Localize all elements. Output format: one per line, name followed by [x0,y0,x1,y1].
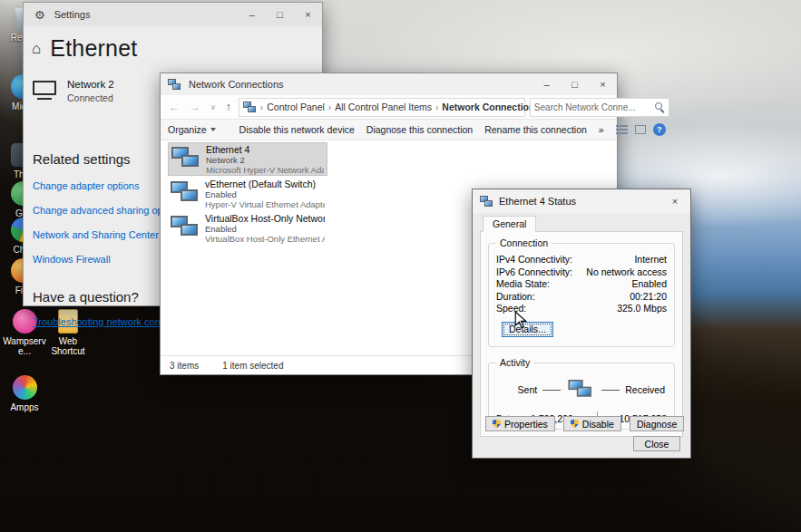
close-button[interactable]: × [294,3,322,26]
desktop-icon-label: Ampps [2,402,47,412]
item-device: Hyper-V Virtual Ethernet Adapter [205,199,325,209]
diagnose-connection-command[interactable]: Diagnose this connection [366,124,473,135]
desktop-icon-label: Wampserve... [2,336,47,356]
related-settings-heading: Related settings [33,151,131,167]
settings-titlebar[interactable]: ⚙ Settings – □ × [24,3,322,26]
activity-heading: Activity [496,357,533,368]
ethernet-adapter-icon [33,81,56,100]
help-icon[interactable]: ? [653,123,666,136]
breadcrumb-network-connections[interactable]: Network Connections [442,102,540,112]
up-button[interactable]: ↑ [223,101,234,113]
address-bar[interactable]: › Control Panel › All Control Panel Item… [239,98,525,117]
home-icon: ⌂ [32,40,41,58]
window-controls: – □ × [532,73,617,95]
item-status: Enabled [205,189,325,199]
item-name: Ethernet 4 [206,144,324,155]
location-icon [243,102,257,113]
rename-connection-command[interactable]: Rename this connection [484,124,587,135]
items-count: 3 items [170,361,199,371]
search-box[interactable] [530,98,669,117]
back-button[interactable]: ← [166,101,182,113]
uac-shield-icon [571,420,579,429]
link-change-adapter-options[interactable]: Change adapter options [33,180,139,191]
ampps-icon [13,375,37,400]
search-input[interactable] [534,102,654,112]
network-status-card: Network 2 Connected [33,79,114,103]
gear-icon: ⚙ [34,8,45,22]
item-status: Enabled [205,224,325,234]
sent-label: Sent [518,384,538,395]
diagnose-label: Diagnose [637,419,677,430]
explorer-window-title: Network Connections [189,79,284,90]
desktop-icon-ampps[interactable]: Ampps [2,375,47,412]
row-value: No network access [586,266,667,279]
preview-pane-icon[interactable] [635,125,646,134]
network-name: Network 2 [67,79,114,90]
row-value: Enabled [631,278,667,291]
forward-button[interactable]: → [187,101,203,113]
disable-button[interactable]: Disable [563,416,621,431]
list-item-ethernet-4[interactable]: Ethernet 4 Network 2 Microsoft Hyper-V N… [168,142,327,176]
breadcrumb-separator: › [435,102,438,112]
link-windows-firewall[interactable]: Windows Firewall [33,254,111,265]
history-dropdown-icon[interactable]: ∨ [208,103,219,111]
dialog-title: Ethernet 4 Status [499,196,576,207]
minimize-button[interactable]: – [532,73,561,95]
navigation-bar: ← → ∨ ↑ › Control Panel › All Control Pa… [161,95,617,120]
items-selected: 1 item selected [222,361,283,371]
item-status: Network 2 [206,155,324,165]
search-icon [654,102,665,112]
window-controls: – □ × [238,3,322,26]
connection-groupbox: Connection IPv4 Connectivity: Internet I… [488,243,675,347]
toolbar-overflow-button[interactable]: » [599,124,604,135]
explorer-titlebar[interactable]: Network Connections – □ × [161,73,617,95]
organize-label: Organize [168,124,207,135]
properties-button[interactable]: Properties [485,416,555,431]
page-header: ⌂ Ethernet [32,35,137,62]
maximize-button[interactable]: □ [266,3,294,26]
change-view-icon[interactable] [616,125,628,135]
breadcrumb-separator: › [260,102,263,112]
uac-shield-icon [493,420,501,429]
tab-general[interactable]: General [483,216,536,232]
ethernet-status-dialog: Ethernet 4 Status × General Connection I… [472,189,691,459]
diagnose-button[interactable]: Diagnose [630,416,684,431]
received-label: Received [625,384,665,395]
dialog-action-buttons: Properties Disable Diagnose [485,416,684,431]
mouse-cursor [514,311,527,330]
page-title: Ethernet [50,35,137,62]
row-label: Duration: [496,291,535,304]
dialog-titlebar[interactable]: Ethernet 4 Status × [473,189,690,213]
list-item-vethernet[interactable]: vEthernet (Default Switch) Enabled Hyper… [168,177,327,210]
maximize-button[interactable]: □ [561,73,589,95]
general-tab-panel: Connection IPv4 Connectivity: Internet I… [480,231,683,437]
row-value: 325.0 Mbps [617,303,667,315]
row-label: IPv6 Connectivity: [496,266,572,279]
command-bar: Organize Disable this network device Dia… [161,120,617,140]
activity-computer-icon [569,379,594,401]
ethernet-status-icon [480,196,493,208]
organize-menu[interactable]: Organize [168,124,216,135]
item-name: VirtualBox Host-Only Network [205,213,325,224]
network-connection-status: Connected [67,92,114,103]
close-button[interactable]: × [659,189,690,213]
breadcrumb-all-control-panel-items[interactable]: All Control Panel Items [335,102,432,112]
connector-line [601,390,620,391]
row-label: IPv4 Connectivity: [496,254,572,266]
item-device: Microsoft Hyper-V Network Adap... [206,165,324,175]
link-network-sharing-center[interactable]: Network and Sharing Center [33,229,159,240]
disable-label: Disable [582,419,614,430]
row-value: 00:21:20 [630,291,667,304]
list-item-virtualbox-host-only[interactable]: VirtualBox Host-Only Network Enabled Vir… [168,211,327,245]
close-button[interactable]: × [589,73,617,95]
minimize-button[interactable]: – [238,3,266,26]
desktop-icon-label: Web Shortcut [45,336,91,356]
chevron-down-icon [210,128,216,131]
details-button[interactable]: Details... [502,322,553,337]
row-label: Media State: [496,278,550,291]
breadcrumb-control-panel[interactable]: Control Panel [267,102,325,112]
network-adapter-icon [171,215,200,241]
disable-device-command[interactable]: Disable this network device [239,124,355,135]
close-dialog-button[interactable]: Close [633,436,680,451]
window-controls: × [659,189,690,213]
